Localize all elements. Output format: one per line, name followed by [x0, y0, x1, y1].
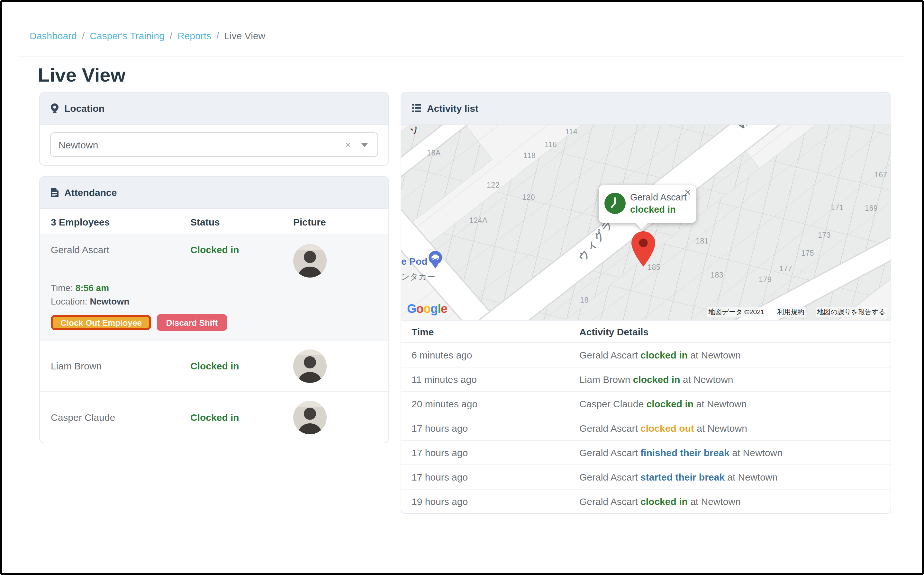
activity-details: Liam Brown clocked in at Newtown	[569, 367, 891, 392]
map-building-number: 169	[865, 204, 878, 212]
attendance-rows: Gerald AscartClocked inTime: 8:56 amLoca…	[40, 235, 389, 443]
attendance-col-status: Status	[190, 216, 293, 227]
employee-status: Clocked in	[190, 412, 293, 423]
map-building-number: 114	[565, 128, 577, 135]
page-title: Live View	[38, 65, 922, 85]
breadcrumb-separator: /	[170, 30, 172, 41]
map-building-number: 177	[779, 265, 792, 272]
location-panel-title: Location	[64, 103, 105, 114]
location-select-value: Newtown	[59, 139, 98, 150]
google-logo[interactable]: Google	[407, 302, 447, 316]
header-divider	[19, 57, 905, 57]
poi-label: e Pod	[401, 256, 428, 267]
employee-status: Clocked in	[190, 244, 293, 255]
info-window-status: clocked in	[630, 204, 687, 216]
list-icon	[412, 104, 421, 113]
map-building-number: 167	[875, 171, 887, 179]
breadcrumb-link[interactable]: Dashboard	[30, 30, 77, 41]
breadcrumb-link[interactable]: Reports	[177, 30, 211, 41]
map-building-number: 171	[831, 204, 844, 211]
employee-name: Casper Claude	[51, 412, 190, 423]
activity-details: Gerald Ascart started their break at New…	[569, 465, 891, 489]
activity-time: 19 hours ago	[401, 489, 569, 513]
terms-of-use-link[interactable]: 利用規約	[776, 307, 806, 318]
map-building-number: 118	[523, 152, 535, 159]
map-building-number: 175	[801, 249, 814, 257]
map-building-number: 124A	[469, 216, 487, 224]
attendance-row[interactable]: Liam BrownClocked in	[40, 340, 389, 392]
car-rental-pin-icon[interactable]	[428, 251, 442, 272]
activity-row: 17 hours agoGerald Ascart started their …	[401, 465, 891, 489]
activity-time: 11 minutes ago	[401, 367, 569, 392]
location-select[interactable]: Newtown ×	[50, 132, 378, 157]
map-building-number: 18	[580, 296, 589, 304]
location-pin-icon	[51, 103, 59, 113]
activity-row: 17 hours agoGerald Ascart clocked out at…	[401, 416, 891, 440]
discard-shift-button[interactable]: Discard Shift	[157, 314, 227, 331]
activity-details: Gerald Ascart clocked in at Newtown	[569, 489, 891, 513]
map-marker-red-pin[interactable]	[631, 231, 655, 269]
avatar	[293, 400, 327, 434]
map-building-number: 116	[545, 141, 557, 148]
time-label: Time:	[51, 283, 73, 293]
shift-time-line: Time: 8:56 am	[51, 281, 378, 295]
activity-time: 17 hours ago	[401, 440, 569, 465]
avatar	[293, 244, 327, 278]
close-icon[interactable]: ✕	[684, 188, 691, 197]
breadcrumb-separator: /	[217, 30, 219, 41]
activity-col-time: Time	[401, 321, 569, 343]
breadcrumb-link[interactable]: Casper's Training	[90, 30, 165, 41]
chevron-down-icon[interactable]	[362, 143, 368, 147]
map-building-number: 179	[759, 276, 772, 283]
activity-panel-title: Activity list	[427, 103, 478, 114]
map-info-window: Gerald Ascart clocked in ✕	[599, 185, 696, 222]
clear-selection-icon[interactable]: ×	[345, 140, 350, 149]
activity-row: 11 minutes agoLiam Brown clocked in at N…	[401, 367, 891, 392]
attendance-row[interactable]: Casper ClaudeClocked in	[40, 392, 389, 443]
attendance-panel-title: Attendance	[64, 187, 117, 198]
activity-time: 17 hours ago	[401, 416, 569, 440]
report-map-error-link[interactable]: 地図の誤りを報告する	[816, 307, 887, 318]
map-building-number: 122	[487, 181, 500, 189]
google-map[interactable]: 18A114116118122120124A181851831811791771…	[401, 125, 891, 321]
map-attribution: 地図データ ©2021 利用規約 地図の誤りを報告する	[707, 307, 887, 318]
activity-col-details: Activity Details	[569, 321, 891, 343]
activity-time: 17 hours ago	[401, 465, 569, 489]
map-building-number: 183	[711, 271, 723, 279]
activity-row: 20 minutes agoCasper Claude clocked in a…	[401, 392, 891, 416]
activity-table: Time Activity Details 6 minutes agoGeral…	[401, 321, 891, 513]
map-data-copyright: 地図データ ©2021	[707, 307, 766, 318]
employee-status: Clocked in	[190, 361, 293, 371]
attendance-col-picture: Picture	[293, 216, 378, 227]
activity-details: Gerald Ascart clocked out at Newtown	[569, 416, 891, 440]
info-window-name: Gerald Ascart	[630, 191, 687, 204]
activity-table-body: 6 minutes agoGerald Ascart clocked in at…	[401, 343, 891, 513]
clock-out-employee-button[interactable]: Clock Out Employee	[51, 315, 151, 330]
location-panel: Location Newtown ×	[39, 92, 389, 166]
activity-row: 17 hours agoGerald Ascart finished their…	[401, 440, 891, 465]
map-building-number: 173	[818, 231, 831, 239]
map-building-number: 181	[696, 237, 709, 245]
activity-details: Gerald Ascart clocked in at Newtown	[569, 343, 891, 367]
avatar	[293, 349, 327, 383]
activity-panel: Activity list 18A114116118122120124A1818…	[401, 92, 891, 514]
employee-name: Gerald Ascart	[51, 244, 190, 255]
attendance-row[interactable]: Gerald AscartClocked inTime: 8:56 amLoca…	[40, 235, 389, 340]
employee-name: Liam Brown	[51, 361, 190, 371]
poi-label-japanese: ンタカー	[401, 271, 435, 283]
activity-row: 19 hours agoGerald Ascart clocked in at …	[401, 489, 891, 513]
map-building-number: 18A	[427, 149, 441, 157]
time-value: 8:56 am	[76, 283, 109, 293]
activity-row: 6 minutes agoGerald Ascart clocked in at…	[401, 343, 891, 367]
map-building-number: 120	[522, 194, 535, 201]
activity-time: 6 minutes ago	[401, 343, 569, 367]
location-label: Location:	[51, 296, 88, 307]
clock-badge-icon	[604, 193, 626, 214]
shift-location-line: Location: Newtown	[51, 295, 378, 308]
attendance-panel: Attendance 3 Employees Status Picture Ge…	[39, 176, 389, 443]
breadcrumb-current: Live View	[224, 30, 265, 41]
document-icon	[51, 188, 59, 197]
activity-time: 20 minutes ago	[401, 392, 569, 416]
activity-details: Casper Claude clocked in at Newtown	[569, 392, 891, 416]
activity-details: Gerald Ascart finished their break at Ne…	[569, 440, 891, 465]
